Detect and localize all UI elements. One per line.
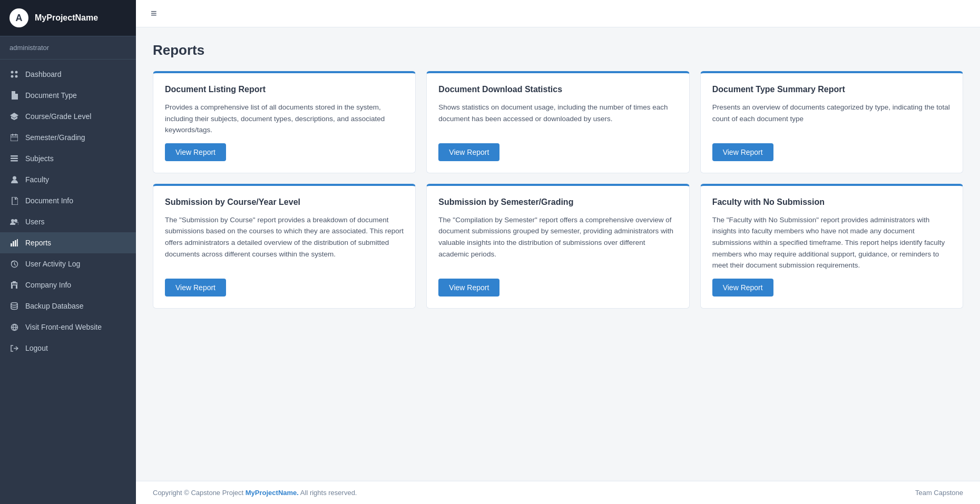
sidebar-nav: Dashboard Document Type Course/Grade Lev… (0, 60, 136, 504)
sidebar-label-document-type: Document Type (25, 91, 77, 100)
svg-point-12 (11, 219, 14, 222)
content-area: Reports Document Listing Report Provides… (136, 27, 980, 481)
card-desc-document-type-summary: Presents an overview of documents catego… (712, 102, 951, 136)
users-icon (9, 217, 19, 226)
sidebar-label-visit-frontend: Visit Front-end Website (25, 323, 102, 331)
card-document-listing: Document Listing Report Provides a compr… (153, 71, 416, 173)
document-type-icon (9, 91, 19, 100)
sidebar-label-users: Users (25, 218, 45, 226)
calendar-icon (9, 133, 19, 142)
card-submission-by-semester: Submission by Semester/Grading The "Comp… (426, 184, 689, 309)
card-document-type-summary: Document Type Summary Report Presents an… (700, 71, 963, 173)
card-document-download-stats: Document Download Statistics Shows stati… (426, 71, 689, 173)
sidebar-label-document-info: Document Info (25, 196, 73, 205)
sidebar-item-backup[interactable]: Backup Database (0, 295, 136, 317)
card-desc-document-listing: Provides a comprehensive list of all doc… (165, 102, 404, 136)
hamburger-menu[interactable]: ≡ (151, 7, 157, 19)
sidebar-label-course-grade: Course/Grade Level (25, 112, 91, 121)
card-desc-submission-by-course: The "Submission by Course" report provid… (165, 214, 404, 271)
footer-copyright: Copyright © Capstone Project MyProjectNa… (153, 489, 357, 497)
globe-icon (9, 322, 19, 332)
sidebar: A MyProjectName administrator Dashboard … (0, 0, 136, 504)
sidebar-label-semester: Semester/Grading (25, 133, 85, 142)
svg-rect-22 (12, 283, 14, 285)
sidebar-item-course-grade[interactable]: Course/Grade Level (0, 106, 136, 127)
logo-icon: A (9, 8, 28, 27)
database-icon (9, 301, 19, 311)
sidebar-label-dashboard: Dashboard (25, 70, 62, 78)
topbar: ≡ (136, 0, 980, 27)
subjects-icon (9, 154, 19, 163)
view-report-submission-by-semester[interactable]: View Report (438, 279, 499, 297)
view-report-document-download-stats[interactable]: View Report (438, 143, 499, 161)
app-name: MyProjectName (35, 13, 98, 23)
svg-point-0 (11, 71, 14, 74)
footer-team: Team Capstone (915, 489, 963, 497)
sidebar-label-logout: Logout (25, 344, 48, 352)
svg-rect-15 (13, 241, 14, 246)
footer-brand: MyProjectName. (246, 489, 299, 497)
svg-point-13 (14, 219, 17, 222)
file-icon (9, 196, 19, 205)
svg-point-11 (13, 176, 16, 180)
card-title-document-download-stats: Document Download Statistics (438, 85, 677, 94)
sidebar-item-dashboard[interactable]: Dashboard (0, 64, 136, 85)
sidebar-label-reports: Reports (25, 239, 51, 247)
sidebar-item-faculty[interactable]: Faculty (0, 169, 136, 190)
page-title: Reports (153, 42, 963, 58)
logout-icon (9, 343, 19, 353)
card-title-document-type-summary: Document Type Summary Report (712, 85, 951, 94)
view-report-submission-by-course[interactable]: View Report (165, 279, 226, 297)
card-title-document-listing: Document Listing Report (165, 85, 404, 94)
card-title-submission-by-course: Submission by Course/Year Level (165, 197, 404, 207)
svg-point-2 (11, 75, 14, 78)
svg-rect-16 (15, 240, 16, 246)
svg-rect-24 (15, 283, 17, 285)
history-icon (9, 259, 19, 269)
view-report-document-type-summary[interactable]: View Report (712, 143, 773, 161)
sidebar-item-document-type[interactable]: Document Type (0, 85, 136, 106)
card-faculty-no-submission: Faculty with No Submission The "Faculty … (700, 184, 963, 309)
dashboard-icon (9, 70, 19, 79)
footer: Copyright © Capstone Project MyProjectNa… (136, 481, 980, 504)
sidebar-item-visit-frontend[interactable]: Visit Front-end Website (0, 317, 136, 338)
svg-rect-17 (17, 239, 18, 246)
card-desc-submission-by-semester: The "Compilation by Semester" report off… (438, 214, 677, 271)
graduation-icon (9, 112, 19, 121)
svg-rect-8 (11, 155, 18, 157)
reports-grid: Document Listing Report Provides a compr… (153, 71, 963, 309)
svg-rect-21 (14, 285, 16, 289)
person-icon (9, 175, 19, 184)
sidebar-item-user-activity[interactable]: User Activity Log (0, 253, 136, 274)
card-desc-faculty-no-submission: The "Faculty with No Submission" report … (712, 214, 951, 271)
sidebar-item-document-info[interactable]: Document Info (0, 190, 136, 211)
view-report-document-listing[interactable]: View Report (165, 143, 226, 161)
svg-point-3 (15, 75, 18, 78)
sidebar-item-reports[interactable]: Reports (0, 232, 136, 253)
card-desc-document-download-stats: Shows statistics on document usage, incl… (438, 102, 677, 136)
svg-rect-20 (13, 285, 14, 289)
svg-point-1 (15, 71, 18, 74)
svg-rect-9 (11, 158, 18, 160)
sidebar-item-company-info[interactable]: Company Info (0, 274, 136, 295)
sidebar-label-company-info: Company Info (25, 281, 71, 289)
sidebar-item-logout[interactable]: Logout (0, 338, 136, 359)
user-role: administrator (0, 36, 136, 60)
svg-point-26 (11, 302, 17, 305)
sidebar-item-users[interactable]: Users (0, 211, 136, 232)
svg-rect-14 (11, 243, 12, 246)
building-icon (9, 280, 19, 290)
svg-rect-4 (11, 135, 18, 141)
svg-rect-23 (14, 283, 15, 285)
view-report-faculty-no-submission[interactable]: View Report (712, 279, 773, 297)
main-content: ≡ Reports Document Listing Report Provid… (136, 0, 980, 504)
chart-icon (9, 238, 19, 248)
sidebar-label-faculty: Faculty (25, 175, 49, 184)
sidebar-logo: A MyProjectName (0, 0, 136, 36)
card-submission-by-course: Submission by Course/Year Level The "Sub… (153, 184, 416, 309)
sidebar-label-subjects: Subjects (25, 154, 54, 163)
sidebar-label-backup: Backup Database (25, 302, 84, 310)
card-title-submission-by-semester: Submission by Semester/Grading (438, 197, 677, 207)
sidebar-item-semester[interactable]: Semester/Grading (0, 127, 136, 148)
sidebar-item-subjects[interactable]: Subjects (0, 148, 136, 169)
